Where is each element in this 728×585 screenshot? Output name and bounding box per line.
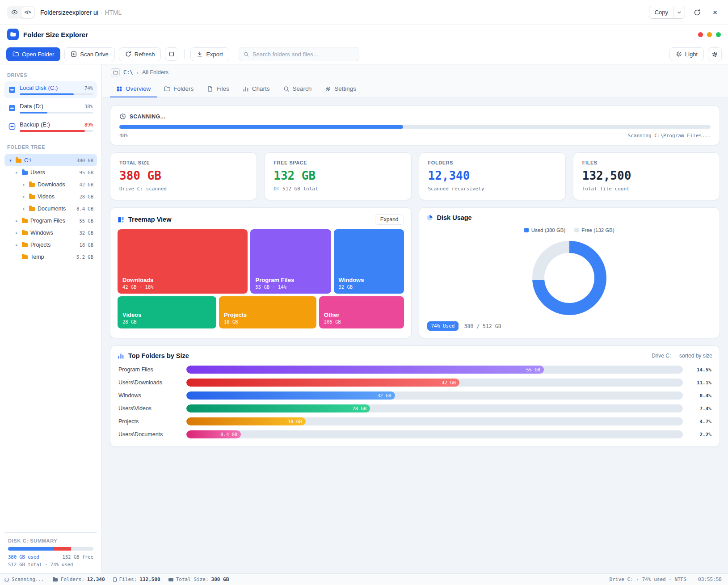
folder-icon xyxy=(164,86,170,92)
tab-overview[interactable]: Overview xyxy=(110,80,157,97)
scan-icon xyxy=(71,51,77,57)
preview-title: Foldersizeexplorer ui xyxy=(40,9,98,16)
tree-item-program-files[interactable]: ▸ Program Files 55 GB xyxy=(4,215,97,227)
theme-toggle-button[interactable]: Light xyxy=(669,47,704,61)
scan-percent: 48% xyxy=(119,133,128,139)
stat-card-total-size: TOTAL SIZE 380 GB Drive C: scanned xyxy=(110,152,257,200)
disk-summary: DISK C: SUMMARY 380 GB used 132 GB free … xyxy=(4,532,97,568)
refresh-button[interactable]: Refresh xyxy=(119,47,161,61)
folder-tree: ▾ C:\ 380 GB ▸ Users 95 GB ▸ Downloads 4… xyxy=(4,154,97,263)
caret-down-icon[interactable]: ▾ xyxy=(8,158,13,163)
breadcrumb-drive[interactable]: C:\ xyxy=(123,69,133,76)
top-folders-subtitle: Drive C: — sorted by size xyxy=(652,353,712,359)
legend-used-swatch xyxy=(524,228,529,232)
drive-item-backup-e[interactable]: Backup (E:) 89% xyxy=(4,118,97,135)
treemap-block-projects[interactable]: Projects18 GB xyxy=(219,296,316,328)
tree-item-projects[interactable]: ▸ Projects 18 GB xyxy=(4,239,97,251)
tree-item-users[interactable]: ▸ Users 95 GB xyxy=(4,166,97,178)
stop-button[interactable] xyxy=(165,47,178,61)
tree-item-documents[interactable]: ▸ Documents 8.4 GB xyxy=(4,202,97,215)
tab-search[interactable]: Search xyxy=(277,80,318,97)
stat-card-free-space: FREE SPACE 132 GB Of 512 GB total xyxy=(264,152,411,200)
treemap-block-program-files[interactable]: Program Files55 GB · 14% xyxy=(250,229,331,294)
folder-icon xyxy=(29,183,35,187)
treemap-block-windows[interactable]: Windows32 GB xyxy=(334,229,404,294)
folder-icon xyxy=(16,159,21,163)
search-input[interactable] xyxy=(252,51,354,58)
top-folder-row-users-documents[interactable]: Users\Documents 8.4 GB 2.2% xyxy=(118,430,711,438)
drive-item-data-d[interactable]: Data (D:) 38% xyxy=(4,100,97,117)
treemap-block-videos[interactable]: Videos28 GB xyxy=(118,296,216,328)
sidebar: DRIVES Local Disk (C:) 74% Data (D:) 38% xyxy=(0,64,102,573)
copy-button[interactable]: Copy xyxy=(649,6,673,18)
tab-folders[interactable]: Folders xyxy=(158,80,200,97)
folder-icon xyxy=(29,195,35,199)
tab-charts[interactable]: Charts xyxy=(236,80,276,97)
tree-item-c-drive[interactable]: ▾ C:\ 380 GB xyxy=(4,154,97,166)
disk-usage-legend: Used (380 GB) Free (132 GB) xyxy=(419,227,720,233)
expand-button[interactable]: Expand xyxy=(375,214,404,225)
caret-right-icon[interactable]: ▸ xyxy=(14,219,19,223)
top-folders-title: Top Folders by Size xyxy=(128,352,189,359)
tree-item-downloads[interactable]: ▸ Downloads 42 GB xyxy=(4,178,97,190)
export-button[interactable]: Export xyxy=(190,47,229,61)
caret-right-icon[interactable]: ▸ xyxy=(21,194,26,199)
treemap-block-downloads[interactable]: Downloads42 GB · 18% xyxy=(118,229,248,294)
scanning-card: SCANNING... 48% Scanning C:\Program File… xyxy=(110,105,720,145)
scan-progress-bar xyxy=(119,125,711,129)
top-folders-card: Top Folders by Size Drive C: — sorted by… xyxy=(110,345,720,447)
caret-right-icon[interactable]: ▸ xyxy=(14,170,19,175)
tree-item-videos[interactable]: ▸ Videos 28 GB xyxy=(4,190,97,202)
sun-icon xyxy=(676,51,682,57)
refresh-icon xyxy=(125,51,131,57)
caret-right-icon[interactable]: ▸ xyxy=(21,182,26,187)
close-icon[interactable]: × xyxy=(709,7,721,18)
breadcrumb-folder-icon xyxy=(111,68,120,76)
top-folder-row-users-videos[interactable]: Users\Videos 28 GB 7.4% xyxy=(118,404,711,412)
tab-files[interactable]: Files xyxy=(201,80,236,97)
copy-split-button: Copy xyxy=(649,6,685,19)
content-scroll-area: SCANNING... 48% Scanning C:\Program File… xyxy=(102,97,728,573)
eye-icon[interactable] xyxy=(8,7,21,18)
drive-icon xyxy=(8,105,16,112)
disk-summary-label: DISK C: SUMMARY xyxy=(8,538,93,543)
tab-settings[interactable]: Settings xyxy=(319,80,362,97)
drive-percent: 38% xyxy=(84,104,93,109)
bars-icon xyxy=(118,353,124,359)
toolbar-divider xyxy=(184,49,185,59)
top-folder-row-projects[interactable]: Projects 18 GB 4.7% xyxy=(118,417,711,425)
used-percent-badge: 74% Used xyxy=(427,321,459,331)
stat-value: 380 GB xyxy=(119,169,248,182)
chevron-down-icon[interactable] xyxy=(673,6,685,18)
grid-icon xyxy=(116,86,122,92)
drive-usage-bar xyxy=(20,130,93,132)
top-folder-row-windows[interactable]: Windows 32 GB 8.4% xyxy=(118,391,711,400)
tree-item-windows[interactable]: ▸ Windows 32 GB xyxy=(4,227,97,239)
top-folder-row-program-files[interactable]: Program Files 55 GB 14.5% xyxy=(118,366,711,374)
traffic-green-dot xyxy=(716,32,721,37)
reload-icon[interactable] xyxy=(691,7,703,18)
caret-right-icon[interactable]: ▸ xyxy=(14,231,19,235)
top-folders-list: Program Files 55 GB 14.5% Users\Download… xyxy=(110,364,720,446)
code-icon[interactable]: </> xyxy=(21,7,34,18)
top-folder-row-users-downloads[interactable]: Users\Downloads 42 GB 11.1% xyxy=(118,379,711,387)
drive-icon xyxy=(8,86,16,93)
search-icon xyxy=(244,51,249,57)
breadcrumb-path: All Folders xyxy=(142,69,168,76)
summary-used: 380 GB used xyxy=(8,554,39,560)
tree-item-temp[interactable]: Temp 5.2 GB xyxy=(4,251,97,263)
treemap-card: Treemap View Expand Downloads42 GB · 18%… xyxy=(110,207,412,338)
drive-usage-bar xyxy=(20,93,93,95)
drive-item-local-disk-c[interactable]: Local Disk (C:) 74% xyxy=(4,81,97,98)
folder-icon xyxy=(22,231,28,235)
scan-drive-button[interactable]: Scan Drive xyxy=(64,47,115,61)
gear-icon xyxy=(711,51,718,58)
caret-right-icon[interactable]: ▸ xyxy=(14,243,19,247)
breadcrumb: C:\ › All Folders xyxy=(102,64,728,80)
treemap-block-other[interactable]: Other205 GB xyxy=(319,296,404,328)
open-folder-button[interactable]: Open Folder xyxy=(6,47,60,61)
tab-bar: Overview Folders Files Charts Search Set… xyxy=(102,80,728,97)
search-icon xyxy=(283,86,290,92)
caret-right-icon[interactable]: ▸ xyxy=(21,206,26,211)
settings-button[interactable] xyxy=(708,47,722,61)
